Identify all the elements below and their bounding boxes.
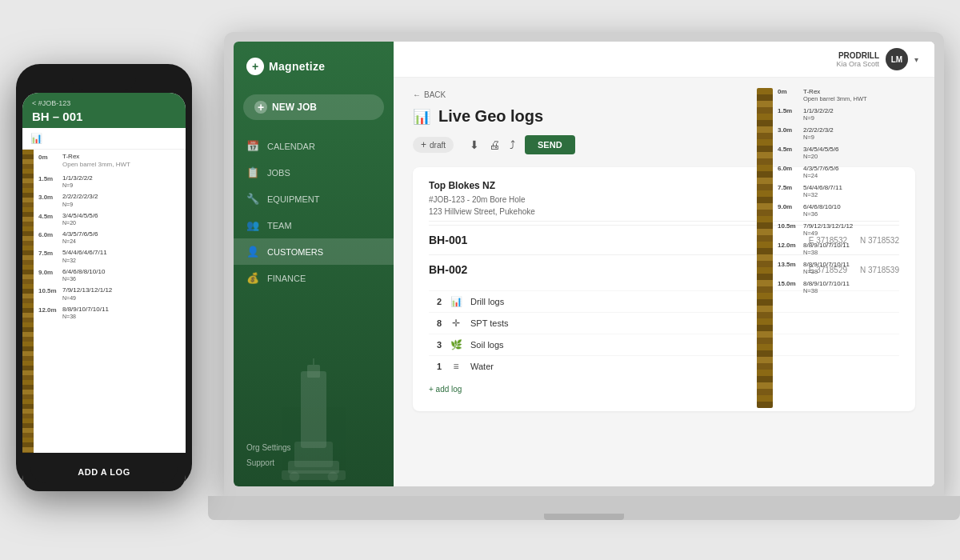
water-log-name: Water: [470, 362, 494, 371]
user-greeting: Kia Ora Scott: [836, 60, 879, 68]
sidebar-drill-image: [234, 358, 394, 486]
user-info: PRODRILL Kia Ora Scott LM ▾: [836, 48, 918, 70]
sidebar-item-jobs[interactable]: 📋 JOBS: [234, 159, 394, 186]
water-log-icon: ≡: [450, 361, 462, 372]
phone-row-0m: 0m T-Rex Open barrel 3mm, HWT: [38, 153, 181, 170]
phone-row-6m: 6.0m 4/3/5/7/6/5/6 N=24: [38, 230, 181, 244]
svg-rect-0: [301, 371, 326, 448]
geo-soil-strip: [757, 88, 773, 408]
equipment-icon: 🔧: [246, 193, 259, 205]
geo-row-6m: 6.0m 4/3/5/7/6/5/6 N=24: [778, 165, 933, 179]
sidebar-label-jobs: JOBS: [267, 168, 290, 178]
geo-row-15m: 15.0m 8/8/9/10/7/10/11 N=38: [778, 280, 933, 294]
user-company: PRODRILL: [836, 51, 879, 60]
send-button[interactable]: SEND: [525, 135, 575, 154]
draft-badge[interactable]: draft: [413, 137, 454, 153]
customers-icon: 👤: [246, 246, 259, 258]
svg-point-5: [328, 472, 338, 482]
calendar-icon: 📅: [246, 140, 259, 152]
sidebar-label-team: TEAM: [267, 221, 292, 230]
sidebar: + Magnetize + NEW JOB 📅 CALENDAR: [234, 42, 394, 486]
phone-row-12m: 12.0m 8/8/9/10/7/10/11 N=38: [38, 306, 181, 319]
sidebar-item-calendar[interactable]: 📅 CALENDAR: [234, 133, 394, 159]
logo-text: Magnetize: [269, 60, 325, 73]
sidebar-label-customers: CUSTOMERS: [267, 247, 323, 257]
phone-drill-icon: 📊: [30, 133, 42, 144]
bh-001-label: BH-001: [429, 234, 467, 246]
download-icon[interactable]: ⬇: [470, 138, 479, 151]
drill-log-name: Drill logs: [470, 297, 504, 306]
phone-header: < #JOB-123 BH – 001: [22, 93, 186, 128]
sidebar-item-equipment[interactable]: 🔧 EQUIPMENT: [234, 186, 394, 212]
geo-row-9m: 9.0m 6/4/6/8/10/10 N=36: [778, 203, 933, 218]
avatar: LM: [886, 48, 908, 70]
phone-row-1m: 1.5m 1/1/3/2/2/2 N=9: [38, 174, 181, 188]
geo-panel: 0m T-Rex Open barrel 3mm, HWT 1.5m 1/1/3…: [757, 88, 933, 408]
soil-log-name: Soil logs: [470, 340, 504, 350]
spt-log-count: 8: [429, 318, 442, 328]
water-log-count: 1: [429, 362, 442, 371]
phone-back-label[interactable]: < #JOB-123: [32, 99, 176, 107]
geo-row-3m: 3.0m 2/2/2/2/3/2 N=9: [778, 126, 933, 141]
scene: < #JOB-123 BH – 001 📊 0m T-Rex Open barr…: [16, 16, 944, 544]
finance-icon: 💰: [246, 272, 259, 284]
user-name-block: PRODRILL Kia Ora Scott: [836, 51, 879, 68]
add-log-button[interactable]: ADD A LOG: [30, 461, 178, 483]
jobs-icon: 📋: [246, 166, 259, 178]
action-icons: ⬇ 🖨 ⤴: [470, 138, 515, 151]
spt-log-name: SPT tests: [470, 318, 508, 328]
sidebar-label-equipment: EQUIPMENT: [267, 194, 319, 204]
geo-row-0m: 0m T-Rex Open barrel 3mm, HWT: [778, 88, 933, 102]
drill-log-icon: 📊: [450, 296, 462, 307]
geo-data-col: 0m T-Rex Open barrel 3mm, HWT 1.5m 1/1/3…: [778, 88, 933, 408]
phone-bh-title: BH – 001: [32, 110, 176, 123]
geo-row-7m: 7.5m 5/4/4/6/8/7/11 N=32: [778, 184, 933, 198]
geo-row-12m: 12.0m 8/8/9/10/7/10/11 N=38: [778, 242, 933, 256]
bh-002-label: BH-002: [429, 263, 467, 276]
page-title: Live Geo logs: [438, 107, 543, 126]
phone-notch: [72, 74, 136, 90]
spt-log-icon: ✛: [450, 318, 462, 329]
chevron-down-icon[interactable]: ▾: [914, 55, 918, 64]
phone-row-7m: 7.5m 5/4/4/6/4/6/7/11 N=32: [38, 249, 181, 262]
team-icon: 👥: [246, 219, 259, 231]
sidebar-item-team[interactable]: 👥 TEAM: [234, 212, 394, 238]
sidebar-item-finance[interactable]: 💰 FINANCE: [234, 265, 394, 291]
phone-row-9m: 9.0m 6/4/6/8/8/10/10 N=36: [38, 268, 181, 282]
new-job-plus-icon: +: [254, 101, 267, 114]
print-icon[interactable]: 🖨: [489, 138, 500, 151]
share-icon[interactable]: ⤴: [510, 138, 515, 151]
logo-plus-icon: +: [246, 58, 264, 75]
laptop-device: + Magnetize + NEW JOB 📅 CALENDAR: [224, 32, 944, 520]
sidebar-label-finance: FINANCE: [267, 274, 306, 283]
phone-screen: < #JOB-123 BH – 001 📊 0m T-Rex Open barr…: [22, 93, 186, 491]
phone-body: 0m T-Rex Open barrel 3mm, HWT 1.5m 1/1/3…: [22, 150, 186, 453]
phone-row-4m: 4.5m 3/4/5/4/5/5/6 N=20: [38, 212, 181, 226]
sidebar-item-customers[interactable]: 👤 CUSTOMERS: [234, 238, 394, 265]
phone-row-10m: 10.5m 7/9/12/13/12/1/12 N=49: [38, 286, 181, 300]
geo-row-4m: 4.5m 3/4/5/4/5/5/6 N=20: [778, 146, 933, 160]
drill-log-count: 2: [429, 297, 442, 306]
phone-footer: ADD A LOG: [22, 453, 186, 491]
sidebar-logo: + Magnetize: [234, 42, 394, 88]
back-arrow-icon: ←: [413, 90, 421, 99]
svg-point-4: [290, 472, 300, 482]
soil-log-count: 3: [429, 340, 442, 350]
svg-rect-6: [307, 365, 320, 378]
geo-row-10m: 10.5m 7/9/12/13/12/1/12 N=49: [778, 222, 933, 237]
geo-row-13m: 13.5m 8/8/9/10/7/10/11 N=38: [778, 261, 933, 275]
phone-data-col: 0m T-Rex Open barrel 3mm, HWT 1.5m 1/1/3…: [34, 150, 186, 453]
topbar: PRODRILL Kia Ora Scott LM ▾: [394, 42, 934, 78]
geo-row-1m: 1.5m 1/1/3/2/2/2 N=9: [778, 107, 933, 122]
geo-logs-icon: 📊: [413, 108, 430, 126]
back-label: BACK: [424, 90, 446, 99]
phone-row-3m: 3.0m 2/2/2/2/2/3/2 N=9: [38, 193, 181, 206]
phone-soil-strip: [22, 150, 34, 453]
soil-log-icon: 🌿: [450, 339, 462, 350]
sidebar-label-calendar: CALENDAR: [267, 142, 315, 151]
laptop-base: [208, 496, 960, 520]
new-job-button[interactable]: + NEW JOB: [243, 94, 384, 120]
phone-device: < #JOB-123 BH – 001 📊 0m T-Rex Open barr…: [16, 64, 192, 488]
